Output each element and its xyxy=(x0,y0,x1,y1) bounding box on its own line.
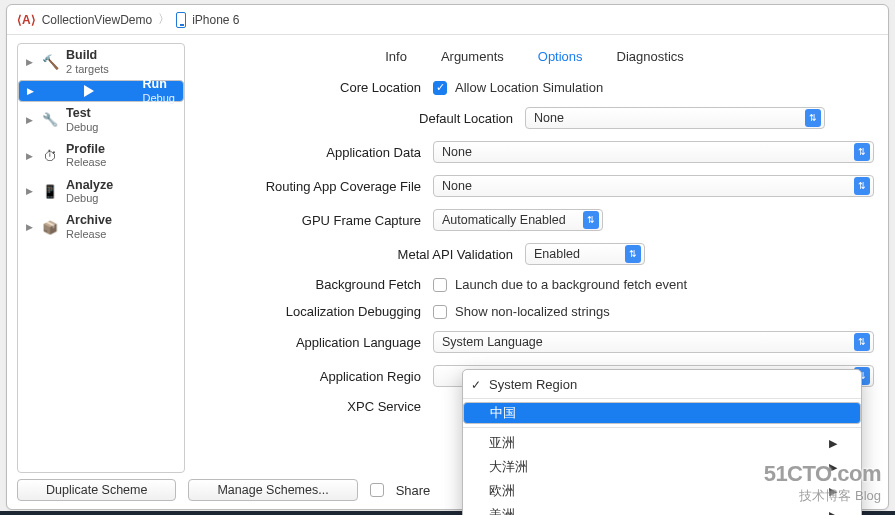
localization-debugging-text: Show non-localized strings xyxy=(455,304,610,319)
manage-schemes-button[interactable]: Manage Schemes... xyxy=(188,479,357,501)
chevron-right-icon: 〉 xyxy=(158,11,170,28)
share-checkbox[interactable] xyxy=(370,483,384,497)
iphone-icon xyxy=(176,12,186,28)
option-label: 亚洲 xyxy=(489,434,515,452)
check-icon: ✓ xyxy=(471,378,481,392)
sidebar-item-build[interactable]: ▶ Build2 targets xyxy=(18,44,184,80)
chevron-updown-icon: ⇅ xyxy=(583,211,599,229)
application-language-label: Application Language xyxy=(195,335,433,350)
sidebar-item-sublabel: Debug xyxy=(143,92,175,104)
option-label: 美洲 xyxy=(489,506,515,515)
chevron-updown-icon: ⇅ xyxy=(625,245,641,263)
disclosure-icon: ▶ xyxy=(26,57,34,67)
sidebar-item-sublabel: Release xyxy=(66,228,112,240)
breadcrumb-device[interactable]: iPhone 6 xyxy=(192,13,239,27)
gpu-frame-capture-label: GPU Frame Capture xyxy=(195,213,433,228)
chevron-updown-icon: ⇅ xyxy=(805,109,821,127)
select-value: None xyxy=(442,179,472,193)
sidebar-item-test[interactable]: ▶ TestDebug xyxy=(18,102,184,138)
disclosure-icon: ▶ xyxy=(26,186,34,196)
option-label: System Region xyxy=(489,377,577,392)
sidebar-item-archive[interactable]: ▶ ArchiveRelease xyxy=(18,209,184,245)
sidebar-item-sublabel: Release xyxy=(66,156,106,168)
tab-options[interactable]: Options xyxy=(538,49,583,64)
option-label: 大洋洲 xyxy=(489,458,528,476)
application-data-label: Application Data xyxy=(195,145,433,160)
routing-app-select[interactable]: None ⇅ xyxy=(433,175,874,197)
menu-separator xyxy=(463,427,861,428)
localization-debugging-checkbox[interactable] xyxy=(433,305,447,319)
region-option-americas[interactable]: 美洲▶ xyxy=(463,503,861,515)
localization-debugging-label: Localization Debugging xyxy=(195,304,433,319)
sidebar-item-sublabel: Debug xyxy=(66,192,113,204)
sidebar-item-profile[interactable]: ▶ ProfileRelease xyxy=(18,138,184,174)
duplicate-scheme-button[interactable]: Duplicate Scheme xyxy=(17,479,176,501)
option-label: 欧洲 xyxy=(489,482,515,500)
sidebar-item-label: Profile xyxy=(66,143,106,157)
hammer-icon xyxy=(40,54,60,70)
chevron-updown-icon: ⇅ xyxy=(854,333,870,351)
option-label: 中国 xyxy=(490,404,516,422)
menu-separator xyxy=(463,398,861,399)
sidebar-item-label: Run xyxy=(143,78,175,92)
chevron-right-icon: ▶ xyxy=(829,437,837,450)
chevron-right-icon: ▶ xyxy=(829,485,837,498)
sidebar-item-sublabel: Debug xyxy=(66,121,98,133)
tab-diagnostics[interactable]: Diagnostics xyxy=(617,49,684,64)
select-value: System Language xyxy=(442,335,543,349)
application-region-dropdown: ✓ System Region 中国 亚洲▶ 大洋洲▶ 欧洲▶ 美洲▶ 非洲▶ xyxy=(462,369,862,515)
application-region-label: Application Regio xyxy=(195,369,433,384)
archive-icon xyxy=(40,220,60,235)
metal-validation-label: Metal API Validation xyxy=(195,247,525,262)
select-value: None xyxy=(534,111,564,125)
routing-app-label: Routing App Coverage File xyxy=(195,179,433,194)
breadcrumb-project[interactable]: CollectionViewDemo xyxy=(42,13,153,27)
chevron-updown-icon: ⇅ xyxy=(854,177,870,195)
tab-bar: Info Arguments Options Diagnostics xyxy=(195,49,874,64)
disclosure-icon: ▶ xyxy=(26,151,34,161)
sidebar-item-run[interactable]: ▶ RunDebug xyxy=(18,80,184,102)
sidebar-item-analyze[interactable]: ▶ AnalyzeDebug xyxy=(18,174,184,210)
play-icon xyxy=(79,85,99,97)
background-fetch-text: Launch due to a background fetch event xyxy=(455,277,687,292)
sidebar-item-label: Test xyxy=(66,107,98,121)
select-value: None xyxy=(442,145,472,159)
sidebar-item-label: Analyze xyxy=(66,179,113,193)
tab-arguments[interactable]: Arguments xyxy=(441,49,504,64)
background-fetch-checkbox[interactable] xyxy=(433,278,447,292)
tab-info[interactable]: Info xyxy=(385,49,407,64)
sidebar-item-label: Build xyxy=(66,49,109,63)
allow-location-simulation-checkbox[interactable]: ✓ xyxy=(433,81,447,95)
region-option-china[interactable]: 中国 xyxy=(463,402,861,424)
xpc-services-label: XPC Service xyxy=(195,399,433,414)
disclosure-icon: ▶ xyxy=(26,115,34,125)
phone-icon xyxy=(40,184,60,199)
background-fetch-label: Background Fetch xyxy=(195,277,433,292)
default-location-label: Default Location xyxy=(195,111,525,126)
sidebar-item-sublabel: 2 targets xyxy=(66,63,109,75)
application-data-select[interactable]: None ⇅ xyxy=(433,141,874,163)
application-language-select[interactable]: System Language ⇅ xyxy=(433,331,874,353)
gauge-icon xyxy=(40,148,60,164)
region-option-asia[interactable]: 亚洲▶ xyxy=(463,431,861,455)
disclosure-icon: ▶ xyxy=(26,222,34,232)
breadcrumb: ⟨A⟩ CollectionViewDemo 〉 iPhone 6 xyxy=(7,5,888,35)
metal-validation-select[interactable]: Enabled ⇅ xyxy=(525,243,645,265)
xcode-icon: ⟨A⟩ xyxy=(17,13,36,27)
core-location-label: Core Location xyxy=(195,80,433,95)
select-value: Automatically Enabled xyxy=(442,213,566,227)
chevron-updown-icon: ⇅ xyxy=(854,143,870,161)
wrench-icon xyxy=(40,112,60,127)
region-option-oceania[interactable]: 大洋洲▶ xyxy=(463,455,861,479)
region-option-system[interactable]: ✓ System Region xyxy=(463,374,861,395)
allow-location-simulation-label: Allow Location Simulation xyxy=(455,80,603,95)
default-location-select[interactable]: None ⇅ xyxy=(525,107,825,129)
region-option-europe[interactable]: 欧洲▶ xyxy=(463,479,861,503)
share-label: Share xyxy=(396,483,431,498)
scheme-sidebar: ▶ Build2 targets ▶ RunDebug ▶ TestDebug … xyxy=(17,43,185,473)
select-value: Enabled xyxy=(534,247,580,261)
chevron-right-icon: ▶ xyxy=(829,509,837,516)
gpu-frame-capture-select[interactable]: Automatically Enabled ⇅ xyxy=(433,209,603,231)
sidebar-item-label: Archive xyxy=(66,214,112,228)
chevron-right-icon: ▶ xyxy=(829,461,837,474)
